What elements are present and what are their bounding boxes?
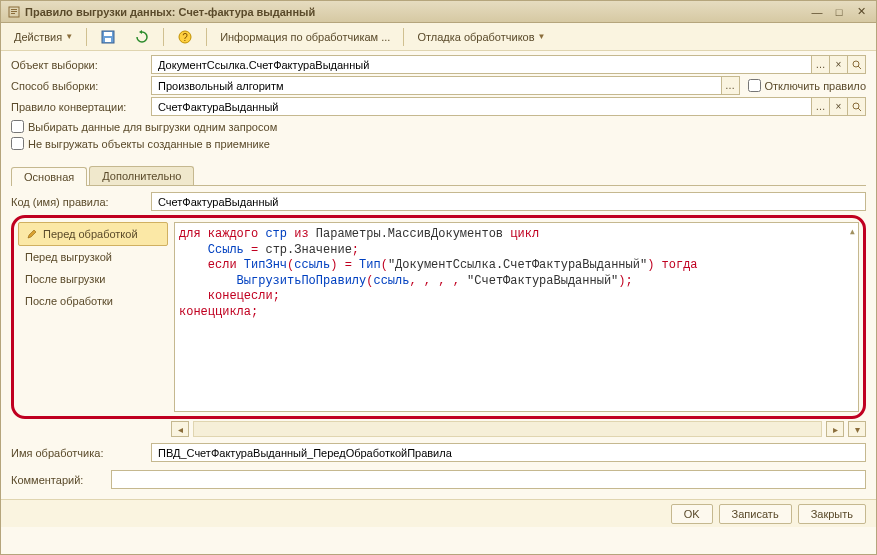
handler-list: Перед обработкой Перед выгрузкой После в…	[18, 222, 168, 412]
ellipsis-button[interactable]: …	[811, 98, 829, 115]
conv-rule-label: Правило конвертации:	[11, 101, 151, 113]
debug-handlers-menu[interactable]: Отладка обработчиков ▼	[410, 26, 552, 48]
svg-line-10	[858, 66, 861, 69]
conv-rule-input[interactable]: … ×	[151, 97, 866, 116]
object-label: Объект выборки:	[11, 59, 151, 71]
tab-extra[interactable]: Дополнительно	[89, 166, 194, 185]
close-button[interactable]: ✕	[852, 4, 870, 20]
rule-code-label: Код (имя) правила:	[11, 196, 151, 208]
info-handlers-button[interactable]: Информация по обработчикам ...	[213, 26, 397, 48]
ellipsis-button[interactable]: …	[721, 77, 739, 94]
scroll-track[interactable]	[193, 421, 822, 437]
toolbar-separator	[403, 28, 404, 46]
handler-label: Перед выгрузкой	[25, 251, 112, 263]
help-icon-button[interactable]: ?	[170, 26, 200, 48]
chevron-down-icon: ▼	[65, 32, 73, 41]
handler-name-input[interactable]	[151, 443, 866, 462]
scroll-right-button[interactable]: ▸	[826, 421, 844, 437]
clear-button[interactable]: ×	[829, 56, 847, 73]
object-input-text[interactable]	[156, 58, 861, 72]
horizontal-scrollbar: ◂ ▸ ▾	[171, 421, 866, 437]
actions-menu[interactable]: Действия ▼	[7, 26, 80, 48]
scroll-up-icon[interactable]: ▴	[849, 225, 856, 241]
single-query-checkbox[interactable]	[11, 120, 24, 133]
method-input-text[interactable]	[156, 79, 735, 93]
handler-name-input-text[interactable]	[156, 446, 861, 460]
rule-code-input-text[interactable]	[156, 195, 861, 209]
svg-text:?: ?	[182, 32, 188, 43]
handler-label: После выгрузки	[25, 273, 105, 285]
comment-input-text[interactable]	[116, 473, 861, 487]
svg-rect-2	[11, 11, 17, 12]
svg-rect-1	[11, 9, 17, 10]
titlebar: Правило выгрузки данных: Счет-фактура вы…	[1, 1, 876, 23]
tab-bar: Основная Дополнительно	[11, 166, 866, 186]
window-title: Правило выгрузки данных: Счет-фактура вы…	[25, 6, 808, 18]
save-button[interactable]: Записать	[719, 504, 792, 524]
svg-rect-6	[105, 38, 111, 42]
single-query-label: Выбирать данные для выгрузки одним запро…	[28, 121, 277, 133]
handler-label: Перед обработкой	[43, 228, 138, 240]
pencil-icon	[25, 227, 39, 241]
toolbar-separator	[163, 28, 164, 46]
comment-label: Комментарий:	[11, 474, 111, 486]
save-icon-button[interactable]	[93, 26, 123, 48]
disable-rule-checkbox[interactable]	[748, 79, 761, 92]
svg-line-12	[858, 108, 861, 111]
skip-receiver-label: Не выгружать объекты созданные в приемни…	[28, 138, 270, 150]
handler-before-export[interactable]: Перед выгрузкой	[18, 246, 168, 268]
rule-code-input[interactable]	[151, 192, 866, 211]
help-icon: ?	[177, 29, 193, 45]
comment-input[interactable]	[111, 470, 866, 489]
info-handlers-label: Информация по обработчикам ...	[220, 31, 390, 43]
ellipsis-button[interactable]: …	[811, 56, 829, 73]
toolbar-separator	[206, 28, 207, 46]
floppy-icon	[100, 29, 116, 45]
handler-after-export[interactable]: После выгрузки	[18, 268, 168, 290]
clear-button[interactable]: ×	[829, 98, 847, 115]
toolbar-separator	[86, 28, 87, 46]
magnifier-button[interactable]	[847, 98, 865, 115]
object-input[interactable]: … ×	[151, 55, 866, 74]
highlight-annotation: Перед обработкой Перед выгрузкой После в…	[11, 215, 866, 419]
magnifier-button[interactable]	[847, 56, 865, 73]
handler-label: После обработки	[25, 295, 113, 307]
tab-content-main: Код (имя) правила: Перед обработкой Пере…	[11, 186, 866, 470]
app-icon	[7, 5, 21, 19]
tab-main[interactable]: Основная	[11, 167, 87, 186]
ok-button[interactable]: OK	[671, 504, 713, 524]
method-input[interactable]: …	[151, 76, 740, 95]
svg-rect-5	[104, 32, 112, 36]
close-footer-button[interactable]: Закрыть	[798, 504, 866, 524]
form-area: Объект выборки: … × Способ выборки: … От…	[1, 51, 876, 160]
method-label: Способ выборки:	[11, 80, 151, 92]
toolbar: Действия ▼ ? Информация по обработчикам …	[1, 23, 876, 51]
skip-receiver-checkbox[interactable]	[11, 137, 24, 150]
maximize-button[interactable]: □	[830, 4, 848, 20]
minimize-button[interactable]: —	[808, 4, 826, 20]
refresh-icon-button[interactable]	[127, 26, 157, 48]
footer: OK Записать Закрыть	[1, 499, 876, 527]
refresh-icon	[134, 29, 150, 45]
code-editor[interactable]: для каждого стр из Параметры.МассивДокум…	[174, 222, 859, 412]
disable-rule-label: Отключить правило	[765, 80, 867, 92]
chevron-down-icon: ▼	[538, 32, 546, 41]
debug-handlers-label: Отладка обработчиков	[417, 31, 534, 43]
handler-name-label: Имя обработчика:	[11, 447, 151, 459]
scroll-down-button[interactable]: ▾	[848, 421, 866, 437]
conv-rule-input-text[interactable]	[156, 100, 861, 114]
scroll-left-button[interactable]: ◂	[171, 421, 189, 437]
handler-after-process[interactable]: После обработки	[18, 290, 168, 312]
handler-before-process[interactable]: Перед обработкой	[18, 222, 168, 246]
actions-label: Действия	[14, 31, 62, 43]
svg-rect-3	[11, 13, 15, 14]
